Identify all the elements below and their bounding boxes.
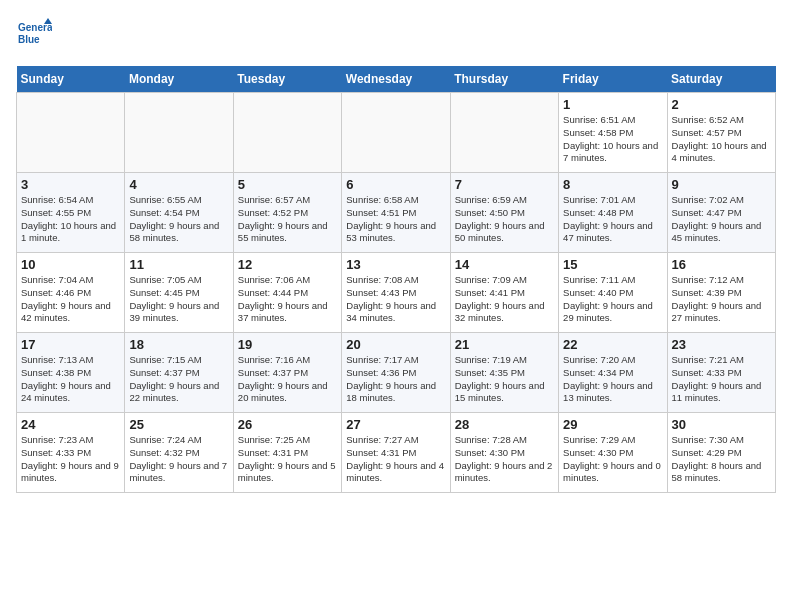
calendar-cell: 30Sunrise: 7:30 AM Sunset: 4:29 PM Dayli…	[667, 413, 775, 493]
day-info: Sunrise: 7:13 AM Sunset: 4:38 PM Dayligh…	[21, 354, 120, 405]
day-number: 13	[346, 257, 445, 272]
day-info: Sunrise: 7:29 AM Sunset: 4:30 PM Dayligh…	[563, 434, 662, 485]
day-info: Sunrise: 7:15 AM Sunset: 4:37 PM Dayligh…	[129, 354, 228, 405]
calendar-cell: 22Sunrise: 7:20 AM Sunset: 4:34 PM Dayli…	[559, 333, 667, 413]
calendar-cell: 17Sunrise: 7:13 AM Sunset: 4:38 PM Dayli…	[17, 333, 125, 413]
calendar-cell	[342, 93, 450, 173]
day-number: 15	[563, 257, 662, 272]
day-number: 8	[563, 177, 662, 192]
calendar-cell: 5Sunrise: 6:57 AM Sunset: 4:52 PM Daylig…	[233, 173, 341, 253]
calendar-cell: 10Sunrise: 7:04 AM Sunset: 4:46 PM Dayli…	[17, 253, 125, 333]
day-info: Sunrise: 7:20 AM Sunset: 4:34 PM Dayligh…	[563, 354, 662, 405]
day-number: 14	[455, 257, 554, 272]
day-number: 20	[346, 337, 445, 352]
day-number: 7	[455, 177, 554, 192]
calendar-cell: 21Sunrise: 7:19 AM Sunset: 4:35 PM Dayli…	[450, 333, 558, 413]
weekday-header-wednesday: Wednesday	[342, 66, 450, 93]
calendar-cell: 2Sunrise: 6:52 AM Sunset: 4:57 PM Daylig…	[667, 93, 775, 173]
calendar-cell: 26Sunrise: 7:25 AM Sunset: 4:31 PM Dayli…	[233, 413, 341, 493]
weekday-header-sunday: Sunday	[17, 66, 125, 93]
day-info: Sunrise: 7:02 AM Sunset: 4:47 PM Dayligh…	[672, 194, 771, 245]
calendar-cell: 7Sunrise: 6:59 AM Sunset: 4:50 PM Daylig…	[450, 173, 558, 253]
day-info: Sunrise: 7:06 AM Sunset: 4:44 PM Dayligh…	[238, 274, 337, 325]
day-number: 28	[455, 417, 554, 432]
calendar-table: SundayMondayTuesdayWednesdayThursdayFrid…	[16, 66, 776, 493]
general-blue-icon: General Blue	[16, 16, 52, 52]
calendar-cell	[17, 93, 125, 173]
day-number: 24	[21, 417, 120, 432]
calendar-cell	[450, 93, 558, 173]
day-info: Sunrise: 7:30 AM Sunset: 4:29 PM Dayligh…	[672, 434, 771, 485]
day-info: Sunrise: 7:04 AM Sunset: 4:46 PM Dayligh…	[21, 274, 120, 325]
day-number: 1	[563, 97, 662, 112]
logo: General Blue	[16, 16, 56, 52]
day-info: Sunrise: 6:52 AM Sunset: 4:57 PM Dayligh…	[672, 114, 771, 165]
day-number: 25	[129, 417, 228, 432]
day-info: Sunrise: 7:27 AM Sunset: 4:31 PM Dayligh…	[346, 434, 445, 485]
day-info: Sunrise: 6:55 AM Sunset: 4:54 PM Dayligh…	[129, 194, 228, 245]
day-info: Sunrise: 6:51 AM Sunset: 4:58 PM Dayligh…	[563, 114, 662, 165]
calendar-cell: 24Sunrise: 7:23 AM Sunset: 4:33 PM Dayli…	[17, 413, 125, 493]
day-info: Sunrise: 7:16 AM Sunset: 4:37 PM Dayligh…	[238, 354, 337, 405]
calendar-cell: 27Sunrise: 7:27 AM Sunset: 4:31 PM Dayli…	[342, 413, 450, 493]
calendar-cell: 6Sunrise: 6:58 AM Sunset: 4:51 PM Daylig…	[342, 173, 450, 253]
weekday-header-monday: Monday	[125, 66, 233, 93]
day-info: Sunrise: 6:58 AM Sunset: 4:51 PM Dayligh…	[346, 194, 445, 245]
svg-text:Blue: Blue	[18, 34, 40, 45]
weekday-header-friday: Friday	[559, 66, 667, 93]
day-info: Sunrise: 7:21 AM Sunset: 4:33 PM Dayligh…	[672, 354, 771, 405]
calendar-cell: 14Sunrise: 7:09 AM Sunset: 4:41 PM Dayli…	[450, 253, 558, 333]
day-number: 9	[672, 177, 771, 192]
calendar-cell: 20Sunrise: 7:17 AM Sunset: 4:36 PM Dayli…	[342, 333, 450, 413]
day-info: Sunrise: 6:59 AM Sunset: 4:50 PM Dayligh…	[455, 194, 554, 245]
day-number: 6	[346, 177, 445, 192]
day-number: 11	[129, 257, 228, 272]
day-info: Sunrise: 7:23 AM Sunset: 4:33 PM Dayligh…	[21, 434, 120, 485]
day-info: Sunrise: 7:05 AM Sunset: 4:45 PM Dayligh…	[129, 274, 228, 325]
day-info: Sunrise: 7:28 AM Sunset: 4:30 PM Dayligh…	[455, 434, 554, 485]
calendar-cell: 8Sunrise: 7:01 AM Sunset: 4:48 PM Daylig…	[559, 173, 667, 253]
day-info: Sunrise: 7:09 AM Sunset: 4:41 PM Dayligh…	[455, 274, 554, 325]
day-info: Sunrise: 7:25 AM Sunset: 4:31 PM Dayligh…	[238, 434, 337, 485]
calendar-cell: 9Sunrise: 7:02 AM Sunset: 4:47 PM Daylig…	[667, 173, 775, 253]
calendar-cell	[125, 93, 233, 173]
day-info: Sunrise: 6:54 AM Sunset: 4:55 PM Dayligh…	[21, 194, 120, 245]
calendar-cell: 16Sunrise: 7:12 AM Sunset: 4:39 PM Dayli…	[667, 253, 775, 333]
day-info: Sunrise: 7:17 AM Sunset: 4:36 PM Dayligh…	[346, 354, 445, 405]
day-info: Sunrise: 7:12 AM Sunset: 4:39 PM Dayligh…	[672, 274, 771, 325]
day-number: 19	[238, 337, 337, 352]
calendar-cell: 15Sunrise: 7:11 AM Sunset: 4:40 PM Dayli…	[559, 253, 667, 333]
calendar-cell: 12Sunrise: 7:06 AM Sunset: 4:44 PM Dayli…	[233, 253, 341, 333]
day-number: 18	[129, 337, 228, 352]
day-number: 30	[672, 417, 771, 432]
calendar-cell: 28Sunrise: 7:28 AM Sunset: 4:30 PM Dayli…	[450, 413, 558, 493]
day-number: 17	[21, 337, 120, 352]
calendar-cell: 23Sunrise: 7:21 AM Sunset: 4:33 PM Dayli…	[667, 333, 775, 413]
day-number: 5	[238, 177, 337, 192]
day-number: 16	[672, 257, 771, 272]
day-number: 27	[346, 417, 445, 432]
calendar-cell: 29Sunrise: 7:29 AM Sunset: 4:30 PM Dayli…	[559, 413, 667, 493]
calendar-cell: 1Sunrise: 6:51 AM Sunset: 4:58 PM Daylig…	[559, 93, 667, 173]
day-number: 12	[238, 257, 337, 272]
day-number: 4	[129, 177, 228, 192]
calendar-cell: 19Sunrise: 7:16 AM Sunset: 4:37 PM Dayli…	[233, 333, 341, 413]
day-info: Sunrise: 7:11 AM Sunset: 4:40 PM Dayligh…	[563, 274, 662, 325]
day-info: Sunrise: 6:57 AM Sunset: 4:52 PM Dayligh…	[238, 194, 337, 245]
day-number: 26	[238, 417, 337, 432]
calendar-cell: 4Sunrise: 6:55 AM Sunset: 4:54 PM Daylig…	[125, 173, 233, 253]
day-number: 2	[672, 97, 771, 112]
calendar-cell: 25Sunrise: 7:24 AM Sunset: 4:32 PM Dayli…	[125, 413, 233, 493]
day-number: 22	[563, 337, 662, 352]
day-number: 3	[21, 177, 120, 192]
weekday-header-thursday: Thursday	[450, 66, 558, 93]
day-info: Sunrise: 7:19 AM Sunset: 4:35 PM Dayligh…	[455, 354, 554, 405]
calendar-cell: 13Sunrise: 7:08 AM Sunset: 4:43 PM Dayli…	[342, 253, 450, 333]
calendar-cell	[233, 93, 341, 173]
day-number: 21	[455, 337, 554, 352]
day-number: 23	[672, 337, 771, 352]
day-info: Sunrise: 7:08 AM Sunset: 4:43 PM Dayligh…	[346, 274, 445, 325]
calendar-cell: 11Sunrise: 7:05 AM Sunset: 4:45 PM Dayli…	[125, 253, 233, 333]
day-info: Sunrise: 7:24 AM Sunset: 4:32 PM Dayligh…	[129, 434, 228, 485]
calendar-cell: 3Sunrise: 6:54 AM Sunset: 4:55 PM Daylig…	[17, 173, 125, 253]
